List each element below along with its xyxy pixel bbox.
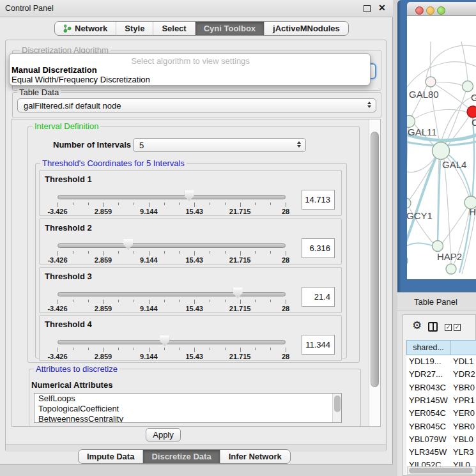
tab-label: Impute Data	[87, 452, 134, 461]
thresholds-group-title: Threshold's Coordinates for 5 Intervals	[40, 158, 187, 168]
table-row-cell[interactable]: YLR345W	[409, 447, 447, 457]
checkbox-checked-icon[interactable]: ✓	[454, 324, 461, 331]
tab-jactivemnodules[interactable]: jActiveMNodules	[265, 22, 348, 35]
slider-tick	[103, 348, 104, 352]
GAL11-node[interactable]	[407, 116, 415, 128]
tab-label: jActiveMNodules	[273, 24, 340, 33]
node-label-GAL4: GAL4	[442, 159, 466, 170]
slider-tick-label: 28	[282, 305, 289, 312]
column-header-name[interactable]: n	[450, 340, 476, 355]
threshold-value-field[interactable]: 14.713	[302, 190, 335, 210]
tab-cyni-toolbox[interactable]: Cyni Toolbox	[196, 22, 265, 35]
table-row-cell[interactable]: YPR1	[453, 395, 475, 405]
checkbox-checked-icon[interactable]: ✓	[445, 324, 452, 331]
float-icon[interactable]	[364, 5, 371, 12]
number-of-intervals-combobox[interactable]: 5	[133, 138, 306, 152]
table-row-cell[interactable]: YBL079W	[409, 434, 447, 444]
node-table[interactable]: shared...nYDL19...YDL1YDR27...YDR2YBR043…	[406, 340, 476, 475]
attribute-list-item[interactable]: SelfLoops	[35, 394, 341, 404]
tab-select[interactable]: Select	[153, 22, 195, 35]
top-right-node[interactable]	[463, 81, 473, 92]
table-row-cell[interactable]: YLR3	[453, 447, 474, 457]
slider-tick-label: 15.43	[185, 305, 203, 312]
settings-scrollbar-thumb[interactable]	[371, 132, 379, 387]
slider-tick	[134, 203, 134, 205]
slider-tick	[210, 203, 210, 205]
network-window-titlebar[interactable]	[407, 2, 476, 16]
threshold-panel-1: Threshold 1-3.4262.8599.14415.4321.71528…	[39, 170, 342, 216]
column-header-shared-name[interactable]: shared...	[406, 340, 450, 355]
slider-tick-label: 21.715	[229, 353, 251, 360]
GAL80-node[interactable]	[426, 77, 436, 87]
gear-icon[interactable]: ⚙	[412, 319, 422, 332]
threshold-panel-2: Threshold 2-3.4262.8599.14415.4321.71528…	[39, 219, 342, 265]
table-row-cell[interactable]: YBR045C	[409, 422, 446, 431]
interval-definition-group-title: Interval Definition	[33, 121, 100, 131]
tab-infer-network[interactable]: Infer Network	[220, 450, 290, 463]
threshold-value-field[interactable]: 21.4	[302, 287, 335, 307]
numerical-attributes-list[interactable]: SelfLoopsTopologicalCoefficientBetweenne…	[34, 393, 342, 423]
table-horizontal-scrollbar[interactable]	[407, 466, 476, 475]
threshold-panel-3: Threshold 3-3.4262.8599.14415.4321.71528…	[39, 267, 342, 313]
threshold-slider-track[interactable]	[58, 292, 286, 296]
table-row-cell[interactable]: YDR27...	[409, 369, 443, 379]
table-row-cell[interactable]: YBR0	[453, 422, 475, 431]
table-row-cell[interactable]: YBR0	[453, 383, 475, 392]
threshold-value-field[interactable]: 11.344	[302, 335, 335, 355]
attributes-list-scrollbar[interactable]	[332, 394, 341, 422]
algorithm-option-equal-width-frequency[interactable]: Equal Width/Frequency Discretization	[12, 75, 369, 84]
slider-tick	[164, 251, 165, 254]
threshold-slider-thumb[interactable]	[160, 335, 169, 346]
bottom-left-node[interactable]	[407, 255, 408, 266]
table-row-cell[interactable]: YDL1	[453, 357, 474, 366]
apply-button[interactable]: Apply	[146, 428, 181, 441]
attributes-scrollbar-thumb[interactable]	[334, 395, 341, 412]
node-label-GCY1: GCY1	[407, 210, 433, 221]
slider-tick	[88, 300, 89, 302]
threshold-slider-thumb[interactable]	[233, 288, 243, 298]
tab-discretize-data[interactable]: Discretize Data	[143, 450, 220, 463]
threshold-slider-track[interactable]	[58, 340, 286, 344]
attribute-list-item[interactable]: BetweennessCentrality	[35, 414, 341, 423]
HAP2-node[interactable]	[433, 241, 443, 252]
slider-tick	[255, 300, 256, 302]
close-light-icon[interactable]	[415, 6, 424, 15]
bottom-node[interactable]	[446, 264, 456, 274]
table-hscrollbar-thumb[interactable]	[409, 468, 473, 473]
table-row-cell[interactable]: YBR043C	[409, 383, 446, 392]
slider-tick	[225, 348, 226, 350]
table-row-cell[interactable]: YDL19...	[409, 357, 441, 366]
close-icon[interactable]: ✕	[378, 3, 386, 13]
GCY1-node[interactable]	[407, 198, 411, 208]
split-view-icon[interactable]	[428, 322, 438, 332]
threshold-slider-thumb[interactable]	[185, 190, 194, 201]
algorithm-option-manual-discretization[interactable]: Manual Discretization	[12, 65, 369, 75]
tab-network[interactable]: Network	[55, 22, 116, 35]
minimize-light-icon[interactable]	[426, 6, 434, 15]
network-canvas[interactable]: GAL80GACGAL11GAL4GCY1HHAP2	[407, 16, 476, 279]
settings-scrollbar[interactable]	[369, 119, 380, 426]
zoom-light-icon[interactable]	[437, 6, 445, 15]
slider-tick	[58, 251, 58, 256]
threshold-slider-thumb[interactable]	[123, 239, 133, 250]
table-data-combobox[interactable]: galFiltered.sif default node	[17, 98, 376, 112]
table-row-cell[interactable]: YDR2	[453, 369, 475, 379]
table-row-cell[interactable]: YER054C	[409, 408, 446, 418]
table-row-cell[interactable]: YER0	[453, 408, 475, 418]
attribute-list-item[interactable]: TopologicalCoefficient	[35, 404, 341, 414]
threshold-slider-track[interactable]	[58, 195, 286, 199]
slider-tick	[270, 348, 271, 350]
red-node[interactable]	[467, 106, 476, 118]
table-row-cell[interactable]: YPR145W	[409, 395, 448, 405]
tab-style[interactable]: Style	[116, 22, 153, 35]
tab-impute-data[interactable]: Impute Data	[79, 450, 143, 463]
slider-tick	[134, 300, 134, 302]
table-row-cell[interactable]: YBL0	[453, 434, 473, 444]
slider-tick-label: 9.144	[140, 208, 158, 215]
node-label-GAL80: GAL80	[409, 89, 439, 100]
GAL4-node[interactable]	[433, 142, 450, 160]
threshold-value-field[interactable]: 6.316	[302, 238, 335, 258]
threshold-slider-track[interactable]	[58, 243, 286, 248]
slider-tick	[58, 203, 58, 207]
tab-label: Cyni Toolbox	[204, 24, 256, 33]
